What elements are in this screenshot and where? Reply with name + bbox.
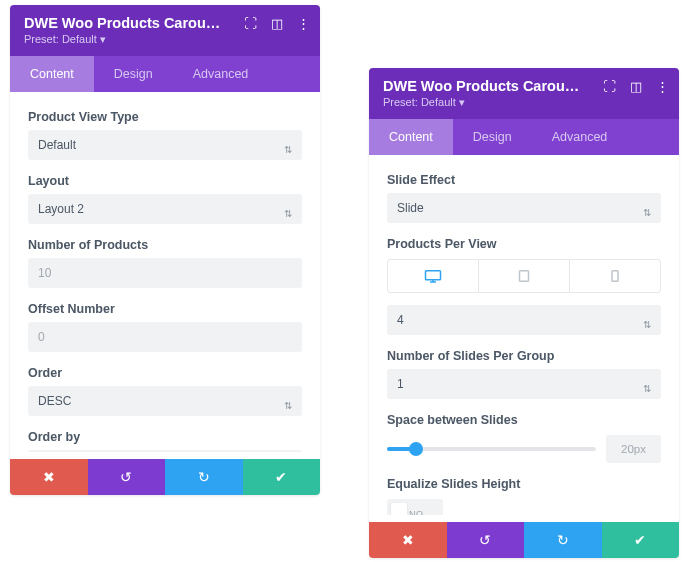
field-slide-effect: Slide Effect Slide⇅ [387,173,661,223]
field-equalize: Equalize Slides Height NO [387,477,661,515]
tab-content[interactable]: Content [10,56,94,92]
input-offset[interactable]: 0 [28,322,302,352]
select-slide-effect[interactable]: Slide⇅ [387,193,661,223]
slider-thumb[interactable] [409,442,423,456]
cancel-button[interactable]: ✖ [369,522,447,558]
tabs: Content Design Advanced [369,119,679,155]
toggle-equalize[interactable]: NO [387,499,443,515]
field-slides-per-group: Number of Slides Per Group 1⇅ [387,349,661,399]
tab-design[interactable]: Design [453,119,532,155]
preset-row[interactable]: Preset: Default ▾ [383,96,665,109]
tablet-icon[interactable]: ◫ [271,16,283,31]
updown-icon: ⇅ [284,391,292,421]
undo-button[interactable]: ↺ [88,459,166,495]
updown-icon: ⇅ [284,135,292,165]
footer-actions: ✖ ↺ ↻ ✔ [369,522,679,558]
updown-icon: ⇅ [284,199,292,229]
device-tablet[interactable] [479,260,570,292]
select-layout[interactable]: Layout 2⇅ [28,194,302,224]
tablet-icon [515,269,533,283]
preset-row[interactable]: Preset: Default ▾ [24,33,306,46]
field-number-products: Number of Products 10 [28,238,302,288]
tab-design[interactable]: Design [94,56,173,92]
field-products-per-view: Products Per View 4⇅ [387,237,661,335]
select-orderby[interactable]: Date⇅ [28,450,302,452]
field-orderby: Order by Date⇅ [28,430,302,452]
updown-icon: ⇅ [643,198,651,228]
chevron-down-icon: ▾ [100,33,106,45]
panel-header[interactable]: DWE Woo Products Carousel Set... Preset:… [369,68,679,119]
tablet-icon[interactable]: ◫ [630,79,642,94]
save-button[interactable]: ✔ [602,522,680,558]
select-slides-per-group[interactable]: 1⇅ [387,369,661,399]
updown-icon: ⇅ [643,310,651,340]
redo-button[interactable]: ↻ [524,522,602,558]
settings-panel-left: DWE Woo Products Carousel Set... Preset:… [10,5,320,495]
footer-actions: ✖ ↺ ↻ ✔ [10,459,320,495]
expand-icon[interactable]: ⛶ [244,16,257,31]
panel-header[interactable]: DWE Woo Products Carousel Set... Preset:… [10,5,320,56]
field-offset: Offset Number 0 [28,302,302,352]
cancel-button[interactable]: ✖ [10,459,88,495]
more-icon[interactable]: ⋮ [297,16,310,31]
settings-panel-right: DWE Woo Products Carousel Set... Preset:… [369,68,679,558]
header-actions: ⛶ ◫ ⋮ [244,16,310,31]
phone-icon [606,269,624,283]
device-desktop[interactable] [388,260,479,292]
field-layout: Layout Layout 2⇅ [28,174,302,224]
more-icon[interactable]: ⋮ [656,79,669,94]
field-order: Order DESC⇅ [28,366,302,416]
select-product-view-type[interactable]: Default⇅ [28,130,302,160]
tab-advanced[interactable]: Advanced [532,119,628,155]
tabs: Content Design Advanced [10,56,320,92]
panel-body: Slide Effect Slide⇅ Products Per View 4⇅… [369,155,679,515]
field-product-view-type: Product View Type Default⇅ [28,110,302,160]
slider-value[interactable]: 20px [606,435,661,463]
svg-rect-1 [520,271,529,282]
updown-icon: ⇅ [643,374,651,404]
field-space-between: Space between Slides 20px [387,413,661,463]
device-phone[interactable] [570,260,660,292]
device-tabs [387,259,661,293]
header-actions: ⛶ ◫ ⋮ [603,79,669,94]
chevron-down-icon: ▾ [459,96,465,108]
select-order[interactable]: DESC⇅ [28,386,302,416]
expand-icon[interactable]: ⛶ [603,79,616,94]
undo-button[interactable]: ↺ [447,522,525,558]
input-number-products[interactable]: 10 [28,258,302,288]
tab-content[interactable]: Content [369,119,453,155]
redo-button[interactable]: ↻ [165,459,243,495]
panel-body: Product View Type Default⇅ Layout Layout… [10,92,320,452]
svg-rect-2 [612,271,618,282]
svg-rect-0 [426,271,441,280]
select-ppv-value[interactable]: 4⇅ [387,305,661,335]
slider-space[interactable]: 20px [387,435,661,463]
tab-advanced[interactable]: Advanced [173,56,269,92]
slider-track[interactable] [387,447,596,451]
save-button[interactable]: ✔ [243,459,321,495]
desktop-icon [424,269,442,283]
